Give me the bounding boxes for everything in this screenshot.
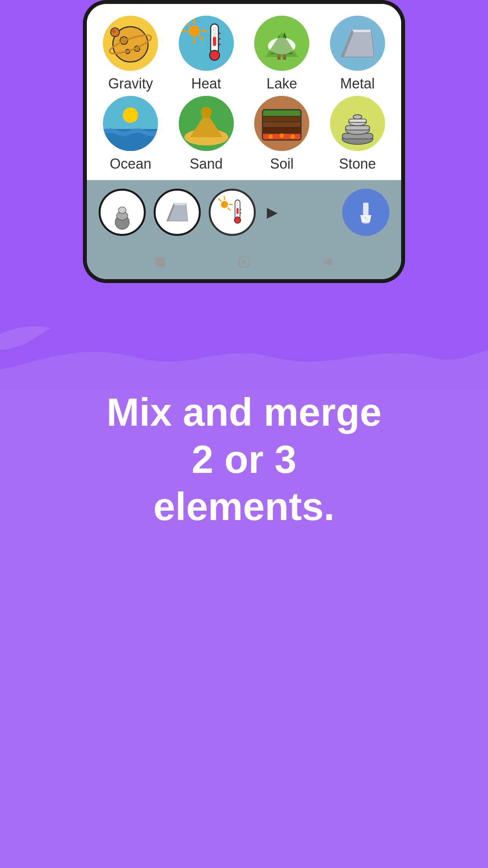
element-gravity[interactable]: Gravity: [95, 16, 167, 92]
svg-rect-78: [237, 208, 238, 214]
stop-button[interactable]: [150, 252, 170, 272]
element-ocean[interactable]: Ocean: [95, 96, 167, 172]
svg-rect-19: [213, 37, 216, 46]
svg-point-84: [362, 221, 370, 224]
phone-frame: Gravity: [83, 0, 405, 283]
gravity-label: Gravity: [108, 75, 153, 92]
element-lake[interactable]: Lake: [246, 16, 318, 92]
lake-icon: [254, 16, 309, 71]
svg-rect-61: [345, 126, 370, 130]
svg-point-67: [118, 207, 126, 213]
svg-point-86: [366, 219, 368, 221]
svg-marker-68: [167, 204, 188, 221]
svg-rect-48: [262, 127, 301, 133]
bottom-tray: ▶: [87, 180, 401, 245]
sand-label: Sand: [190, 156, 223, 172]
elements-grid: Gravity: [87, 4, 401, 180]
element-metal[interactable]: Metal: [322, 16, 394, 92]
lake-label: Lake: [266, 75, 297, 92]
stone-icon: [330, 96, 385, 151]
svg-point-71: [221, 201, 228, 208]
svg-marker-33: [352, 29, 371, 32]
stone-label: Stone: [339, 156, 376, 172]
tray-slot-metal[interactable]: [154, 189, 201, 236]
svg-point-53: [269, 134, 273, 139]
svg-point-79: [234, 217, 240, 223]
svg-rect-87: [156, 257, 165, 267]
promo-area: Mix and merge 2 or 3 elements.: [0, 326, 488, 868]
gravity-icon: [103, 16, 158, 71]
home-button[interactable]: [234, 252, 254, 272]
svg-rect-82: [363, 203, 369, 215]
heat-label: Heat: [191, 75, 221, 92]
svg-point-64: [353, 115, 362, 119]
back-button[interactable]: [318, 252, 338, 272]
soil-icon: [254, 96, 309, 151]
element-heat[interactable]: Heat: [171, 16, 242, 92]
svg-line-74: [219, 199, 221, 201]
svg-rect-47: [262, 122, 301, 127]
ocean-label: Ocean: [110, 156, 151, 172]
nav-bar: [87, 245, 401, 279]
svg-point-89: [242, 260, 246, 264]
svg-point-85: [364, 217, 367, 219]
metal-label: Metal: [340, 75, 375, 92]
element-sand[interactable]: Sand: [171, 96, 242, 172]
metal-icon: [330, 16, 385, 71]
phone-screen: Gravity: [87, 4, 401, 279]
svg-marker-69: [174, 204, 186, 206]
soil-label: Soil: [270, 156, 294, 172]
tray-arrow: ▶: [267, 204, 278, 221]
svg-point-7: [112, 29, 116, 33]
element-stone[interactable]: Stone: [322, 96, 394, 172]
sand-icon: [179, 96, 234, 151]
svg-point-20: [209, 50, 219, 60]
tray-slot-heat[interactable]: [209, 189, 256, 236]
svg-point-10: [189, 26, 200, 37]
svg-point-41: [201, 107, 212, 118]
svg-point-54: [280, 133, 284, 138]
svg-line-75: [228, 208, 230, 210]
svg-point-55: [291, 134, 295, 139]
combine-button[interactable]: [342, 189, 389, 236]
ocean-icon: [103, 96, 158, 151]
svg-rect-46: [262, 116, 301, 122]
heat-icon: [179, 16, 234, 71]
svg-rect-63: [349, 119, 366, 122]
svg-point-36: [123, 107, 138, 123]
svg-marker-90: [324, 257, 332, 267]
element-soil[interactable]: Soil: [246, 96, 318, 172]
svg-rect-44: [262, 110, 301, 116]
promo-text: Mix and merge 2 or 3 elements.: [67, 388, 421, 530]
tray-slot-stone[interactable]: [99, 189, 146, 236]
